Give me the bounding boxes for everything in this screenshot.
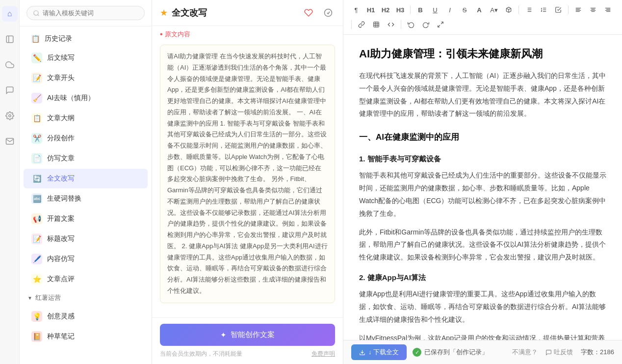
settings-icon-btn[interactable] <box>2 108 18 124</box>
svg-rect-26 <box>374 22 379 27</box>
download-btn[interactable]: ↓ 下载全文 <box>351 344 407 360</box>
search-icon <box>33 10 40 17</box>
editor-para-4: 以MyFitnessPal为例，这款App记录用户的饮食和运动情况，提供热量计算… <box>359 332 606 340</box>
title-rewrite-icon: 📝 <box>31 234 42 244</box>
toolbar-link-btn[interactable] <box>355 18 368 31</box>
editor-content[interactable]: AI助力健康管理：引领未来健康新风潮 在现代科技飞速发展的背景下，人工智能（AI… <box>343 35 622 340</box>
toolbar-divider-2 <box>518 5 519 14</box>
chevron-down-icon: ▼ <box>27 295 32 301</box>
sidebar-item-hard-replace[interactable]: 🔤 生硬词替换 <box>24 189 148 208</box>
footer-right: 不满意？ 吐反馈 字数：2186 <box>512 348 614 357</box>
sidebar-item-label: 标题改写 <box>47 234 75 243</box>
svg-line-28 <box>438 25 440 27</box>
sidebar-item-article-open[interactable]: 📝 文章开头 <box>24 68 148 88</box>
toolbar-list-ol-btn[interactable] <box>537 3 550 17</box>
sidebar-item-imitate[interactable]: 📄 仿写文章 <box>24 149 148 168</box>
sidebar-item-outline[interactable]: 📋 文章大纲 <box>24 108 148 128</box>
editor-section-1-title: 一、AI在健康监测中的应用 <box>359 130 606 145</box>
original-text: 请AI助力健康管理 在当今快速发展的科技时代，人工智能（AI）正逐渐渗透到我们生… <box>167 52 328 294</box>
editor-subsection-1-2: 2. 健康App与AI算法 <box>359 271 606 284</box>
sidebar-search-area <box>20 0 152 26</box>
files-icon-btn[interactable] <box>2 31 18 47</box>
feedback-btn[interactable]: 吐反馈 <box>545 348 573 357</box>
svg-rect-0 <box>6 36 13 43</box>
toolbar-strikethrough-btn[interactable]: S <box>458 3 471 17</box>
svg-line-3 <box>38 14 39 16</box>
sidebar-item-history[interactable]: 📋 历史记录 <box>24 30 148 48</box>
toolbar-redo-btn[interactable] <box>419 18 433 31</box>
toolbar-h3-btn[interactable]: H3 <box>393 3 407 17</box>
sidebar-item-ai-dedup[interactable]: 🧹 AI去味（慎用） <box>24 88 148 108</box>
sidebar-item-label: 文章大纲 <box>47 114 75 123</box>
content-imitate-icon: 🖊️ <box>31 254 42 264</box>
sidebar-nav: 📋 历史记录 ✏️ 后文续写 📝 文章开头 🧹 AI去味（慎用） 📋 文章大纲 … <box>20 26 152 364</box>
ai-create-btn[interactable]: ✦ 智能创作文案 <box>160 324 335 346</box>
toolbar-divider-5 <box>401 20 401 29</box>
sidebar-item-label: 开篇文案 <box>47 214 75 223</box>
svg-point-2 <box>34 10 38 15</box>
toolbar-align-left-btn[interactable] <box>571 3 585 17</box>
sidebar-item-label: 创意灵感 <box>47 312 75 321</box>
search-box[interactable] <box>26 6 145 20</box>
sidebar-item-segment[interactable]: ✂️ 分段创作 <box>24 129 148 148</box>
saved-check-icon: ✓ <box>413 348 421 357</box>
toolbar-bold-btn[interactable]: B <box>414 3 427 17</box>
vertical-icon-bar: ⌂ <box>0 0 20 364</box>
middle-panel: ★ 全文改写 原文内容 请AI助力健康管理 在当今快速发展的科技时代，人工智能（… <box>152 0 343 364</box>
favorite-btn[interactable] <box>302 6 315 20</box>
toolbar-table-btn[interactable] <box>369 18 383 31</box>
sidebar-item-full-rewrite[interactable]: 🔄 全文改写 <box>24 169 148 188</box>
article-open-icon: 📝 <box>31 73 42 83</box>
sidebar-item-title-rewrite[interactable]: 📝 标题改写 <box>24 229 148 249</box>
editor-footer: ↓ 下载全文 ✓ 已保存到「创作记录」 不满意？ 吐反馈 字数：2186 <box>343 340 622 364</box>
toolbar-highlight-btn[interactable]: A▾ <box>487 3 501 17</box>
toolbar-underline-btn[interactable]: U <box>428 3 442 17</box>
search-input[interactable] <box>43 9 138 17</box>
toolbar-paragraph-btn[interactable]: ¶ <box>349 3 363 17</box>
sidebar-item-label: 仿写文章 <box>47 154 75 163</box>
toolbar-align-center-btn[interactable] <box>586 3 600 17</box>
sidebar-item-label: 文章点评 <box>47 275 75 284</box>
sidebar: 📋 历史记录 ✏️ 后文续写 📝 文章开头 🧹 AI去味（慎用） 📋 文章大纲 … <box>20 0 152 364</box>
toolbar-divider-3 <box>568 5 569 14</box>
chat-icon-btn[interactable] <box>2 82 18 98</box>
toolbar-list-ul-btn[interactable] <box>522 3 536 17</box>
sidebar-item-review[interactable]: ⭐ 文章点评 <box>24 269 148 289</box>
sidebar-item-label: AI去味（慎用） <box>47 94 95 103</box>
outline-icon: 📋 <box>31 113 42 124</box>
toolbar-h1-btn[interactable]: H1 <box>364 3 378 17</box>
toolbar-italic-btn[interactable]: I <box>443 3 457 17</box>
middle-title: 全文改写 <box>172 7 207 19</box>
right-panel: ¶ H1 H2 H3 B U I S A A▾ <box>343 0 622 364</box>
toolbar-align-right-btn[interactable] <box>601 3 615 17</box>
sidebar-item-opening-copy[interactable]: 📢 开篇文案 <box>24 209 148 229</box>
review-icon: ⭐ <box>31 274 42 285</box>
toolbar-font-color-btn[interactable]: A <box>472 3 486 17</box>
toolbar-code-btn[interactable] <box>384 18 398 31</box>
home-icon-btn[interactable]: ⌂ <box>2 6 18 22</box>
toolbar-h2-btn[interactable]: H2 <box>379 3 392 17</box>
mail-icon-btn[interactable] <box>2 133 18 149</box>
saved-badge: ✓ 已保存到「创作记录」 <box>413 348 488 357</box>
editor-subsection-1-1: 1. 智能手表与可穿戴设备 <box>359 152 606 165</box>
sidebar-item-draft[interactable]: 📔 种草笔记 <box>24 327 148 346</box>
toolbar-fullscreen-btn[interactable] <box>434 18 447 31</box>
free-declaration[interactable]: 免费声明 <box>311 350 335 358</box>
feedback-icon <box>545 349 552 356</box>
sidebar-item-label: 全文改写 <box>47 174 75 183</box>
sidebar-item-label: 文章开头 <box>47 74 75 82</box>
sidebar-item-creative[interactable]: 💡 创意灵感 <box>24 307 148 326</box>
toolbar-undo-btn[interactable] <box>404 18 418 31</box>
toolbar-checklist-btn[interactable] <box>551 3 565 17</box>
creative-icon: 💡 <box>31 311 42 322</box>
section-label-hongshuyunying[interactable]: ▼ 红薯运营 <box>20 289 152 306</box>
sidebar-item-label: 后文续写 <box>47 53 75 62</box>
svg-point-1 <box>8 115 11 117</box>
sidebar-item-continuation[interactable]: ✏️ 后文续写 <box>24 48 148 68</box>
toolbar-clear-btn[interactable] <box>502 3 516 17</box>
original-content-box[interactable]: 请AI助力健康管理 在当今快速发展的科技时代，人工智能（AI）正逐渐渗透到我们生… <box>160 45 335 303</box>
sidebar-item-content-imitate[interactable]: 🖊️ 内容仿写 <box>24 249 148 269</box>
cloud-icon-btn[interactable] <box>2 57 18 73</box>
word-count: 字数：2186 <box>581 348 614 357</box>
check-circle-btn[interactable] <box>321 6 335 20</box>
